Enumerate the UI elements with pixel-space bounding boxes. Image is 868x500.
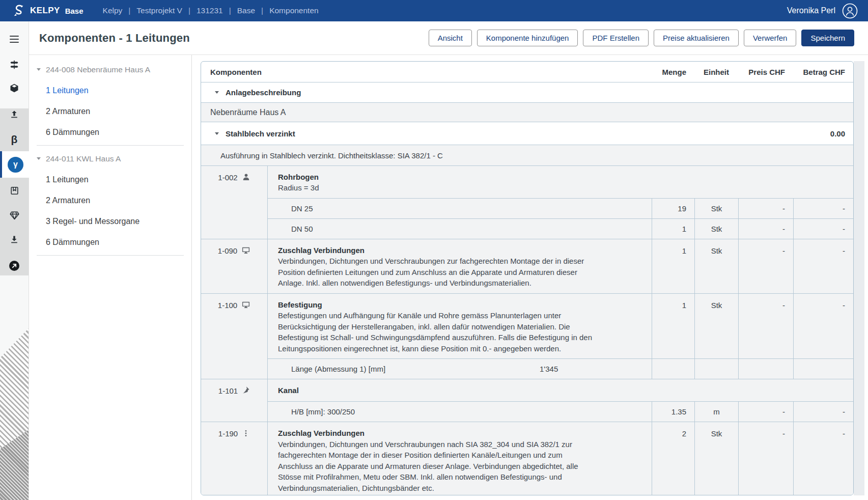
component-main-cell[interactable]: Zuschlag VerbindungenVerbindungen, Dicht…	[268, 239, 652, 293]
subrow-betrag-cell[interactable]: -	[793, 198, 853, 218]
component-betrag-cell[interactable]: -	[793, 239, 853, 293]
component-betrag-cell[interactable]: -	[793, 422, 853, 495]
kelpy-logo-icon[interactable]	[12, 4, 25, 17]
tree-item-1-leitungen[interactable]: 1 Leitungen	[29, 80, 191, 101]
subrow-einheit-cell[interactable]	[694, 358, 738, 379]
person-icon[interactable]	[242, 173, 250, 181]
tree-item-2-armaturen[interactable]: 2 Armaturen	[29, 190, 191, 211]
subrow-preis-cell[interactable]: -	[738, 218, 793, 239]
product-name: Base	[65, 7, 83, 15]
breadcrumb-item[interactable]: Base	[231, 6, 261, 15]
component-code: 1-090	[218, 246, 237, 255]
verwerfen-button[interactable]: Verwerfen	[744, 30, 797, 46]
subrow-betrag-cell[interactable]: -	[793, 401, 853, 422]
tree-item-2-armaturen[interactable]: 2 Armaturen	[29, 101, 191, 122]
chevron-down-icon	[37, 157, 41, 160]
subrow-einheit-cell[interactable]: m	[694, 401, 738, 422]
pen-icon[interactable]	[242, 386, 250, 394]
collapse-arrow-icon[interactable]	[215, 91, 219, 94]
tree-item-label: 2 Armaturen	[46, 196, 90, 205]
component-description: Verbindungen, Dichtungen und Verschraubu…	[278, 439, 593, 494]
bookmark-icon[interactable]	[0, 178, 29, 203]
tree-item-6-dämmungen[interactable]: 6 Dämmungen	[29, 122, 191, 143]
component-code-cell: 1-002	[201, 166, 268, 239]
tree-item-3-regel-und-messorgane[interactable]: 3 Regel- und Messorgane	[29, 211, 191, 232]
menu-icon[interactable]	[0, 27, 29, 51]
component-einheit-cell[interactable]: Stk	[694, 239, 738, 293]
launch-icon[interactable]	[0, 254, 29, 278]
col-betrag-chf: Betrag CHF	[793, 68, 853, 76]
component-main-cell[interactable]: BefestigungBefestigungen und Aufhängung …	[268, 294, 652, 359]
collapse-arrow-icon[interactable]	[215, 132, 219, 135]
content-scroll-gutter	[854, 61, 864, 495]
monitor-icon[interactable]	[241, 300, 250, 309]
user-area: Veronika Perl	[787, 3, 858, 19]
component-menge-cell[interactable]: 1	[652, 294, 694, 359]
monitor-icon[interactable]	[241, 246, 250, 255]
beta-icon-glyph: β	[11, 134, 18, 145]
subrow-menge-cell[interactable]: 19	[652, 198, 694, 218]
user-avatar-icon[interactable]	[842, 3, 858, 19]
subrow-einheit-cell[interactable]: Stk	[694, 198, 738, 218]
preise-aktualisieren-button[interactable]: Preise aktualisieren	[654, 30, 739, 46]
tree-divider	[37, 145, 184, 146]
component-betrag-cell[interactable]: -	[793, 294, 853, 359]
tree-group-1[interactable]: 244-008 Nebenräume Haus A	[29, 59, 191, 80]
signpost-icon[interactable]	[0, 52, 29, 77]
ansicht-button[interactable]: Ansicht	[429, 30, 472, 46]
subrow-label: H/B [mm]: 300/250	[291, 407, 355, 416]
subrow-menge-cell[interactable]	[652, 358, 694, 379]
section-label: Anlagebeschreibung	[226, 88, 301, 97]
component-einheit-cell[interactable]: Stk	[694, 294, 738, 359]
pdf-erstellen-button[interactable]: PDF Erstellen	[583, 30, 649, 46]
subrow-preis-cell[interactable]: -	[738, 401, 793, 422]
subrow-menge-cell[interactable]: 1.35	[652, 401, 694, 422]
component-preis-cell[interactable]: -	[738, 422, 793, 495]
komponente-hinzufügen-button[interactable]: Komponente hinzufügen	[477, 30, 578, 46]
component-main-cell[interactable]: Zuschlag VerbindungenVerbindungen, Dicht…	[268, 422, 652, 495]
component-preis-cell[interactable]: -	[738, 239, 793, 293]
section-row-anlagebeschreibung[interactable]: Anlagebeschreibung	[201, 82, 853, 102]
sidebar-active-item[interactable]: γ	[0, 151, 29, 178]
subrow-preis-cell[interactable]: -	[738, 198, 793, 218]
component-menge-cell[interactable]: 1	[652, 239, 694, 293]
breadcrumb-item[interactable]: Komponenten	[263, 6, 325, 15]
upload-icon[interactable]	[0, 102, 29, 127]
gem-icon[interactable]	[0, 203, 29, 228]
kebab-icon[interactable]	[242, 429, 250, 438]
component-main-cell[interactable]: RohrbogenRadius = 3d	[268, 166, 652, 198]
section-row-nebenräume-haus-a: Nebenräume Haus A	[201, 102, 853, 122]
subrow-label-cell[interactable]: DN 25	[268, 198, 652, 218]
tree-item-1-leitungen[interactable]: 1 Leitungen	[29, 169, 191, 190]
component-preis-cell[interactable]: -	[738, 294, 793, 359]
subrow-menge-cell[interactable]: 1	[652, 218, 694, 239]
section-betrag-value: 0.00	[830, 129, 853, 138]
subrow-label-cell[interactable]: DN 50	[268, 218, 652, 239]
table-header-row: Komponenten Menge Einheit Preis CHF Betr…	[201, 62, 853, 82]
tree-group-label: 244-011 KWL Haus A	[46, 154, 121, 163]
breadcrumb-item[interactable]: 131231	[190, 6, 229, 15]
subrow-einheit-cell[interactable]: Stk	[694, 218, 738, 239]
download-icon[interactable]	[0, 228, 29, 252]
subrow-betrag-cell[interactable]	[793, 358, 853, 379]
sidebar-rail: βγ	[0, 21, 29, 500]
component-main-cell[interactable]: Kanal	[268, 379, 652, 401]
package-icon[interactable]	[0, 76, 29, 100]
col-preis-chf: Preis CHF	[738, 68, 793, 76]
tree-group-2[interactable]: 244-011 KWL Haus A	[29, 148, 191, 169]
subrow-preis-cell[interactable]	[738, 358, 793, 379]
tree-item-6-dämmungen[interactable]: 6 Dämmungen	[29, 232, 191, 253]
subrow-label: DN 50	[291, 225, 313, 233]
component-menge-cell[interactable]: 2	[652, 422, 694, 495]
component-einheit-cell[interactable]: Stk	[694, 422, 738, 495]
subrow-betrag-cell[interactable]: -	[793, 218, 853, 239]
subrow-label-cell[interactable]: Länge (Abmessung 1) [mm]1'345	[268, 358, 652, 379]
subrow-label-cell[interactable]: H/B [mm]: 300/250	[268, 401, 652, 422]
breadcrumb-item[interactable]: Testprojekt V	[130, 6, 188, 15]
breadcrumb-item[interactable]: Kelpy	[103, 6, 129, 15]
section-row-stahlblech-verzinkt[interactable]: Stahlblech verzinkt0.00	[201, 122, 853, 145]
speichern-button[interactable]: Speichern	[801, 30, 854, 46]
col-menge: Menge	[652, 68, 694, 76]
component-subtitle: Radius = 3d	[278, 182, 593, 193]
beta-icon[interactable]: β	[0, 127, 29, 151]
